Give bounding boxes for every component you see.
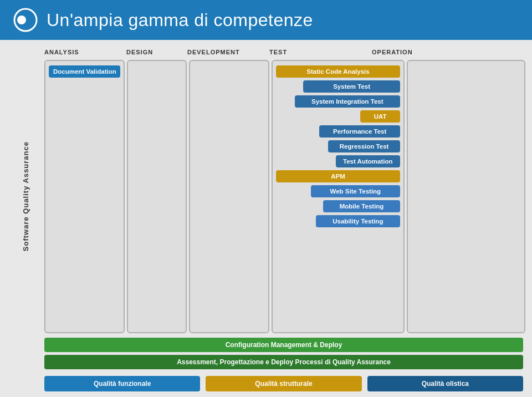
column-test: Static Code Analysis System Test System … xyxy=(272,60,405,333)
apm-bar: APM xyxy=(276,170,400,182)
column-design xyxy=(127,60,187,333)
col-header-design: DESIGN xyxy=(126,49,187,55)
config-management-bar: Configuration Management & Deploy xyxy=(44,338,523,352)
badge-qualita-funzionale: Qualità funzionale xyxy=(44,376,200,391)
assessment-bar: Assessment, Progettazione e Deploy Proce… xyxy=(44,355,523,369)
uat-bar: UAT xyxy=(360,110,400,123)
document-validation-bar: Document Validation xyxy=(49,65,120,78)
column-development xyxy=(189,60,269,333)
main-content: ANALYSIS DESIGN DEVELOPMENT TEST OPERATI… xyxy=(0,40,532,397)
test-automation-bar: Test Automation xyxy=(336,155,400,167)
bottom-section: Configuration Management & Deploy Assess… xyxy=(44,338,523,369)
grid-area: Software Quality Assurance Document Vali… xyxy=(7,60,525,333)
web-site-testing-bar: Web Site Testing xyxy=(311,185,400,197)
badge-qualita-strutturale: Qualità strutturale xyxy=(206,376,361,391)
column-headers: ANALYSIS DESIGN DEVELOPMENT TEST OPERATI… xyxy=(44,49,525,55)
usability-testing-bar: Usability Testing xyxy=(316,215,400,227)
header: Un'ampia gamma di competenze xyxy=(0,0,532,40)
col-header-analysis: ANALYSIS xyxy=(44,49,126,55)
svg-point-1 xyxy=(17,16,26,24)
header-title: Un'ampia gamma di competenze xyxy=(47,10,313,30)
static-code-analysis-bar: Static Code Analysis xyxy=(276,65,400,78)
columns-wrapper: Document Validation Static Code Analysis… xyxy=(44,60,525,333)
column-operation xyxy=(407,60,525,333)
vertical-label: Software Quality Assurance xyxy=(22,141,30,251)
col-header-operation: OPERATION xyxy=(372,49,465,55)
header-icon xyxy=(13,8,38,32)
vertical-label-container: Software Quality Assurance xyxy=(7,60,44,333)
col-header-test: TEST xyxy=(269,49,372,55)
badge-qualita-olistica: Qualità olistica xyxy=(367,376,523,391)
column-analysis: Document Validation xyxy=(44,60,125,333)
footer-badges: Qualità funzionale Qualità strutturale Q… xyxy=(44,376,523,391)
performance-test-bar: Performance Test xyxy=(319,125,400,138)
col-header-development: DEVELOPMENT xyxy=(187,49,269,55)
regression-test-bar: Regression Test xyxy=(328,140,400,152)
system-integration-test-bar: System Integration Test xyxy=(295,95,400,108)
system-test-bar: System Test xyxy=(303,80,400,93)
mobile-testing-bar: Mobile Testing xyxy=(323,200,400,212)
